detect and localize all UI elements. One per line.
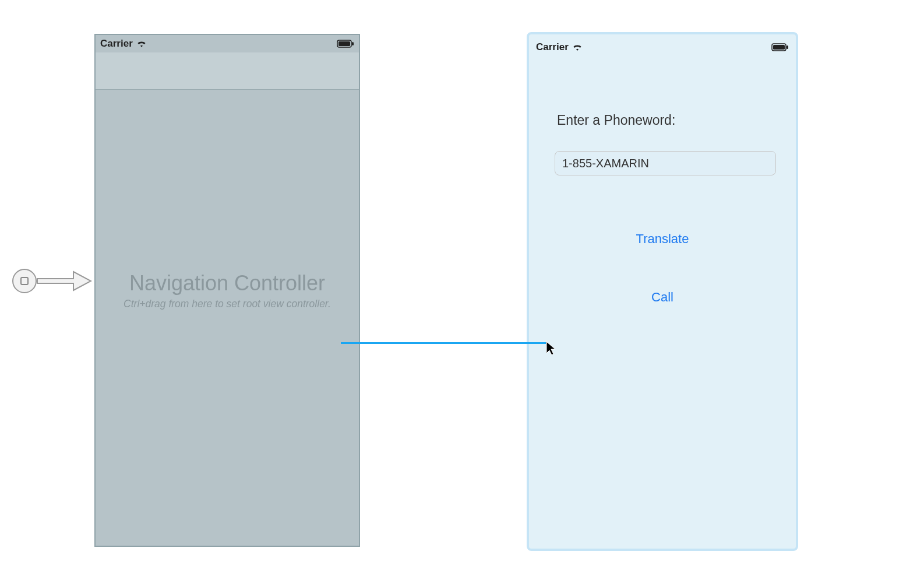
carrier-label: Carrier xyxy=(100,38,133,50)
storyboard-entry-point[interactable] xyxy=(10,267,92,295)
battery-full-icon xyxy=(771,43,789,51)
call-button[interactable]: Call xyxy=(529,290,796,305)
svg-rect-7 xyxy=(787,45,788,49)
phoneword-label: Enter a Phoneword: xyxy=(557,113,675,128)
segue-drag-line xyxy=(341,342,546,344)
view-controller-scene[interactable]: Carrier Enter a Phoneword: Translate Cal… xyxy=(527,32,798,551)
storyboard-canvas[interactable]: Carrier Navigation Controller Ctrl+drag … xyxy=(0,0,924,562)
wifi-icon xyxy=(572,43,583,51)
scene-title: Navigation Controller xyxy=(101,271,353,296)
navigation-bar xyxy=(96,52,359,90)
svg-point-0 xyxy=(13,269,36,293)
svg-rect-6 xyxy=(773,45,785,50)
translate-button[interactable]: Translate xyxy=(529,231,796,247)
carrier-label: Carrier xyxy=(536,41,569,53)
scene-placeholder: Navigation Controller Ctrl+drag from her… xyxy=(96,271,359,310)
pointer-cursor-icon xyxy=(545,340,557,358)
status-bar: Carrier xyxy=(96,35,359,52)
svg-rect-3 xyxy=(338,41,350,46)
svg-rect-4 xyxy=(352,42,354,45)
battery-full-icon xyxy=(337,40,354,48)
phoneword-input[interactable] xyxy=(555,151,776,175)
navigation-controller-scene[interactable]: Carrier Navigation Controller Ctrl+drag … xyxy=(94,34,360,547)
scene-hint: Ctrl+drag from here to set root view con… xyxy=(101,298,353,310)
wifi-icon xyxy=(136,40,147,48)
status-bar: Carrier xyxy=(529,39,796,55)
